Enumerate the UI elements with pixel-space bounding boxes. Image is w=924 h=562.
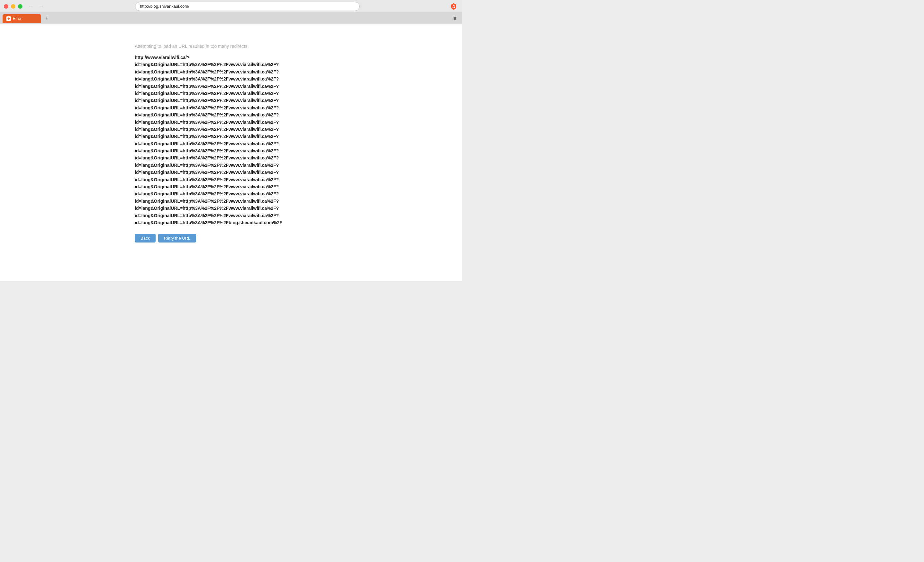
- forward-nav-button[interactable]: →: [37, 2, 45, 11]
- tab-menu-button[interactable]: ≡: [450, 14, 459, 23]
- redirect-url-text: http://www.viarailwifi.ca/? id=lang&Orig…: [135, 54, 327, 226]
- back-button[interactable]: Back: [135, 234, 156, 243]
- address-bar-container: http://blog.shivankaul.com/: [50, 2, 446, 11]
- address-bar[interactable]: http://blog.shivankaul.com/: [135, 2, 360, 11]
- retry-url-button[interactable]: Retry the URL: [158, 234, 196, 243]
- brave-logo-icon: [449, 2, 458, 11]
- error-subtitle: Attempting to load an URL resulted in to…: [135, 43, 327, 49]
- new-tab-button[interactable]: +: [42, 14, 51, 23]
- browser-content: Attempting to load an URL resulted in to…: [0, 24, 462, 281]
- back-nav-button[interactable]: ←: [26, 2, 35, 11]
- error-container: Attempting to load an URL resulted in to…: [128, 43, 334, 243]
- close-button[interactable]: [4, 4, 8, 9]
- tab-bar: Error + ≡: [0, 13, 462, 24]
- minimize-button[interactable]: [11, 4, 15, 9]
- button-row: Back Retry the URL: [135, 234, 327, 243]
- error-tab[interactable]: Error: [3, 14, 41, 23]
- forward-arrow-icon: →: [38, 3, 44, 10]
- back-arrow-icon: ←: [28, 3, 34, 10]
- title-bar: ← → http://blog.shivankaul.com/: [0, 0, 462, 13]
- nav-buttons: ← →: [26, 2, 45, 11]
- maximize-button[interactable]: [18, 4, 22, 9]
- tab-label: Error: [13, 16, 21, 21]
- address-text: http://blog.shivankaul.com/: [140, 4, 189, 9]
- window-controls: [4, 4, 22, 9]
- tab-favicon-icon: [6, 16, 11, 21]
